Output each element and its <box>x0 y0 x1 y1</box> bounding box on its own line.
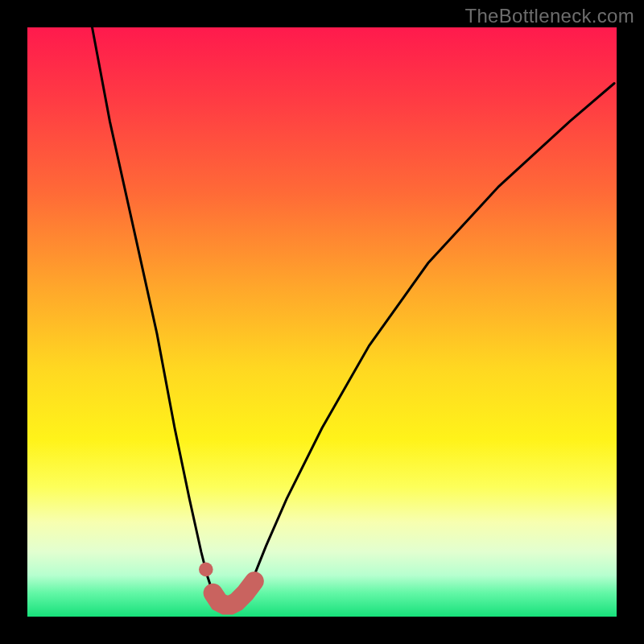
bottleneck-curve <box>93 27 615 605</box>
chart-frame: TheBottleneck.com <box>0 0 644 644</box>
watermark-text: TheBottleneck.com <box>464 5 634 27</box>
plot-area <box>27 27 617 617</box>
chart-overlay <box>27 27 617 617</box>
left-marker-dot <box>199 563 213 577</box>
highlight-band <box>213 581 254 605</box>
